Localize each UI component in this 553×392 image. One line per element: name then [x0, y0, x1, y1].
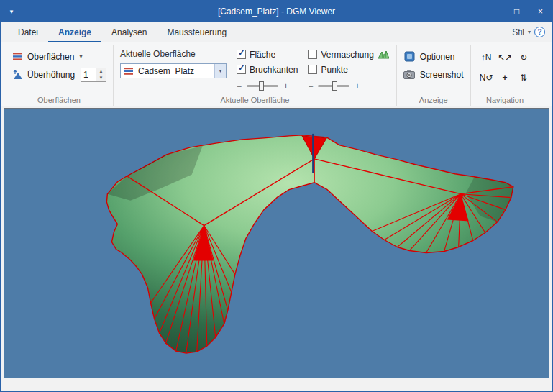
group-navigation: ↑N ↖↗ ↻ N↺ + ⇅ Navigation	[471, 45, 539, 106]
stil-dropdown[interactable]: Stil	[512, 27, 524, 37]
vermaschung-label: Vermaschung	[321, 50, 373, 60]
surface-combobox[interactable]: Cadsem_Platz ▾	[120, 63, 227, 78]
bruchkanten-label: Bruchkanten	[250, 65, 298, 75]
oberflaechen-dropdown-button[interactable]: Oberflächen ▾	[12, 48, 106, 65]
stepper-buttons: ▲ ▼	[96, 68, 106, 81]
ueberhoehung-row: Überhöhung 1 ▲ ▼	[12, 66, 106, 83]
stepper-down-icon[interactable]: ▼	[96, 75, 106, 81]
options-icon	[403, 51, 416, 62]
tab-datei[interactable]: Datei	[8, 22, 48, 42]
slider-minus-button[interactable]: −	[237, 81, 242, 91]
group-caption-anzeige: Anzeige	[397, 96, 470, 104]
punkte-checkbox[interactable]	[308, 65, 317, 74]
oberflaechen-button-label: Oberflächen	[27, 52, 74, 62]
bruchkanten-size-slider: − +	[237, 79, 298, 93]
flaeche-checkbox-row: ✓ Fläche	[237, 47, 298, 61]
bruchkanten-checkbox[interactable]: ✓	[237, 65, 246, 74]
title-bar: ▾ [Cadsem_Platz] - DGM Viewer ─ □ ×	[1, 1, 552, 22]
check-icon: ✓	[238, 63, 245, 73]
surfaces-icon	[12, 52, 24, 61]
minimize-button[interactable]: ─	[481, 1, 505, 22]
help-icon[interactable]: ?	[534, 27, 545, 37]
maximize-button[interactable]: □	[505, 1, 529, 22]
tab-anzeige[interactable]: Anzeige	[48, 22, 101, 42]
flaeche-label: Fläche	[250, 50, 275, 60]
flaeche-checkbox[interactable]: ✓	[237, 50, 246, 59]
tab-analysen[interactable]: Analysen	[101, 22, 157, 42]
punkte-size-slider: − +	[308, 79, 389, 93]
window-title: [Cadsem_Platz] - DGM Viewer	[1, 6, 552, 17]
rotate-to-north-icon[interactable]: ↑N	[477, 47, 495, 67]
close-button[interactable]: ×	[529, 1, 552, 22]
screenshot-button[interactable]: Screenshot	[403, 66, 464, 83]
slider-minus-button[interactable]: −	[308, 81, 313, 91]
terrain-model	[4, 109, 549, 378]
group-caption-oberflaechen: Oberflächen	[5, 96, 113, 104]
quick-access-menu-icon[interactable]: ▾	[1, 8, 22, 15]
screenshot-label: Screenshot	[420, 70, 464, 80]
viewport-frame	[1, 106, 552, 380]
slider-handle[interactable]	[332, 81, 337, 91]
punkte-checkbox-row: Punkte	[308, 63, 389, 76]
window-controls: ─ □ ×	[481, 1, 552, 22]
exaggeration-icon	[12, 70, 24, 80]
surfaces-icon	[123, 67, 135, 76]
group-aktuelle-oberflaeche: Aktuelle Oberfläche Cadsem_Platz ▾ ✓ Flä…	[114, 45, 397, 106]
terrain-3d-view[interactable]	[4, 108, 549, 378]
slider-handle[interactable]	[259, 81, 264, 91]
chevron-down-icon[interactable]: ▾	[528, 29, 531, 35]
zoom-steps-icon[interactable]: ⇅	[515, 68, 533, 87]
rotate-north-icon[interactable]: N↺	[477, 68, 495, 87]
pan-icon[interactable]: +	[496, 68, 514, 87]
group-caption-aktuelle: Aktuelle Oberfläche	[114, 96, 396, 104]
tabrow-right: Stil ▾ ?	[512, 22, 547, 42]
slider-track[interactable]	[318, 85, 349, 87]
ribbon: Oberflächen ▾ Überhöhung 1 ▲ ▼ Oberfläch…	[1, 42, 552, 106]
vermaschung-checkbox-row: Vermaschung	[308, 47, 389, 61]
chevron-down-icon: ▾	[79, 53, 82, 60]
bruchkanten-checkbox-row: ✓ Bruchkanten	[237, 63, 298, 76]
ueberhoehung-value[interactable]: 1	[81, 68, 96, 81]
ueberhoehung-label: Überhöhung	[27, 70, 75, 80]
stepper-up-icon[interactable]: ▲	[96, 68, 106, 75]
slider-track[interactable]	[247, 85, 278, 87]
tab-maussteuerung[interactable]: Maussteuerung	[157, 22, 237, 42]
tab-row: Datei Anzeige Analysen Maussteuerung Sti…	[1, 22, 552, 42]
mesh-icon	[378, 50, 390, 59]
slider-plus-button[interactable]: +	[283, 81, 288, 91]
group-oberflaechen: Oberflächen ▾ Überhöhung 1 ▲ ▼ Oberfläch…	[5, 45, 114, 106]
optionen-label: Optionen	[420, 52, 455, 62]
navigation-grid: ↑N ↖↗ ↻ N↺ + ⇅	[477, 47, 533, 87]
check-icon: ✓	[238, 47, 245, 58]
status-bar	[1, 380, 552, 391]
aktuelle-oberflaeche-header: Aktuelle Oberfläche	[120, 47, 227, 61]
dgm-viewer-window: ▾ [Cadsem_Platz] - DGM Viewer ─ □ × Date…	[0, 0, 553, 392]
group-caption-navigation: Navigation	[471, 96, 539, 104]
group-anzeige: Optionen Screenshot Anzeige	[397, 45, 471, 106]
punkte-label: Punkte	[321, 65, 347, 75]
optionen-button[interactable]: Optionen	[403, 48, 464, 65]
slider-plus-button[interactable]: +	[355, 81, 360, 91]
rotate-right-icon[interactable]: ↻	[515, 47, 533, 67]
vermaschung-checkbox[interactable]	[308, 50, 317, 59]
surface-combobox-value: Cadsem_Platz	[135, 66, 214, 76]
free-rotate-icon[interactable]: ↖↗	[496, 47, 514, 67]
chevron-down-icon[interactable]: ▾	[214, 64, 226, 78]
ueberhoehung-stepper[interactable]: 1 ▲ ▼	[81, 68, 106, 82]
camera-icon	[403, 70, 416, 79]
